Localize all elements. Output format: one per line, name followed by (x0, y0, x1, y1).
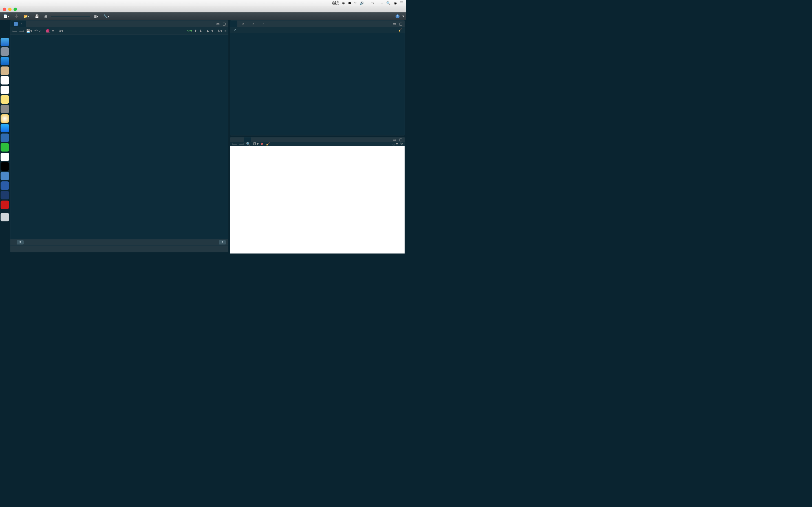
console-output[interactable] (231, 33, 405, 135)
volume-icon[interactable]: 🔊 (360, 1, 364, 5)
forward-icon[interactable]: ⟹ (19, 29, 24, 33)
publish-button[interactable]: ◶ ▾ (393, 142, 398, 146)
dock-chrome[interactable] (1, 114, 9, 123)
dock-appstore[interactable] (1, 124, 9, 132)
add-button[interactable]: 🔧▾ (102, 13, 111, 19)
close-button[interactable] (3, 8, 6, 11)
project-icon: R (396, 14, 400, 18)
macos-menubar: 0KB/s0KB/s ⊚ ✱ ⌔ 🔊 ▭ 🔍 ◉ ☰ (0, 0, 406, 6)
plots-minimize-icon[interactable]: ▭ (393, 137, 396, 142)
pane-minimize-icon[interactable]: ▭ (216, 22, 220, 26)
console-pane: × × × ▭ ▢ ⇗ 🧹 (230, 20, 405, 135)
tab-jobs[interactable]: × (258, 20, 268, 27)
outline-icon[interactable]: ≡ (224, 29, 226, 33)
net-speed: 0KB/s0KB/s (332, 1, 339, 6)
plots-maximize-icon[interactable]: ▢ (399, 137, 402, 142)
tab-history[interactable] (10, 245, 17, 252)
tab-rmarkdown[interactable]: × (248, 20, 258, 27)
zoom-button[interactable] (13, 8, 17, 11)
source-tabs: × ▭ ▢ (10, 20, 228, 27)
dock-word[interactable] (1, 181, 9, 190)
go-down-icon[interactable]: ⬇ (199, 29, 202, 33)
console-maximize-icon[interactable]: ▢ (399, 22, 402, 26)
tab-environment[interactable] (231, 137, 237, 142)
battery-icon[interactable]: ▭ (371, 1, 374, 5)
console-minimize-icon[interactable]: ▭ (393, 22, 396, 26)
project-dropdown-icon[interactable]: ▾ (402, 14, 404, 18)
ime-label[interactable] (380, 3, 383, 3)
doc-type[interactable]: ⇕ (219, 240, 226, 244)
addins-button[interactable] (113, 15, 116, 17)
dock-rstudio[interactable] (1, 172, 9, 180)
plots-toolbar: ⟸ ⟹ 🔍 🖼 ▾ ✖ 🧹 ◶ ▾ ↻ (231, 142, 405, 146)
window-titlebar (0, 6, 406, 12)
line-gutter (10, 35, 24, 239)
export-button[interactable]: 🖼 ▾ (253, 142, 259, 146)
dock-calendar[interactable] (1, 76, 9, 84)
tab-close-icon[interactable]: × (20, 22, 22, 26)
run-button[interactable]: ▶ ▾ (204, 29, 215, 34)
open-file-button[interactable]: 📂▾ (22, 13, 31, 19)
tab-packages[interactable] (251, 137, 258, 142)
dock-wechat[interactable] (1, 143, 9, 152)
republish-icon[interactable]: ↻▾ (218, 29, 222, 33)
dock-notes[interactable] (1, 95, 9, 104)
path-arrow-icon[interactable]: ⇗ (234, 28, 236, 32)
refresh-plot-icon[interactable]: ↻ (400, 142, 403, 146)
dock-terminal[interactable] (1, 162, 9, 171)
gear-icon[interactable]: ⚙▾ (58, 29, 63, 33)
go-up-icon[interactable]: ⬆ (194, 29, 197, 33)
tab-files[interactable] (237, 137, 244, 142)
cc-icon[interactable]: ⊚ (342, 1, 345, 5)
menu-icon[interactable]: ☰ (400, 1, 403, 5)
source-statusbar: ⇕ ⇕ (10, 239, 228, 245)
spotlight-icon[interactable]: 🔍 (386, 1, 391, 5)
chunk-indicator[interactable]: ⇕ (17, 240, 24, 244)
view-grid-button[interactable]: ▦▾ (92, 13, 100, 19)
siri-icon[interactable]: ◉ (394, 1, 397, 5)
tab-console[interactable] (231, 20, 238, 27)
source-tab[interactable]: × (10, 20, 26, 27)
dock-preferences[interactable] (1, 105, 9, 113)
dock-qq[interactable] (1, 153, 9, 161)
save-all-button[interactable]: 💾 (33, 13, 41, 19)
back-icon[interactable]: ⟸ (12, 29, 17, 33)
dock-safari[interactable] (1, 57, 9, 65)
insert-chunk-button[interactable]: ⁺ᴄ▾ (187, 29, 192, 33)
minimize-button[interactable] (8, 8, 11, 11)
save-icon[interactable]: 💾▾ (26, 29, 32, 33)
knit-button[interactable]: 🧶 ▾ (43, 29, 56, 34)
dock-trash[interactable] (1, 213, 9, 221)
dock-finder[interactable] (1, 38, 9, 46)
new-project-button[interactable]: ➕ (13, 13, 20, 19)
rmd-file-icon (14, 22, 18, 26)
wifi-icon[interactable]: ⌔ (354, 1, 356, 5)
tab-plots[interactable] (244, 137, 251, 142)
dock-launchpad[interactable] (1, 47, 9, 56)
spellcheck-icon[interactable]: ᴬᴮᶜ✓ (35, 29, 41, 33)
pane-maximize-icon[interactable]: ▢ (222, 22, 226, 26)
remove-plot-icon[interactable]: ✖ (261, 142, 264, 146)
tab-terminal[interactable]: × (238, 20, 248, 27)
new-file-button[interactable]: 📄▾ (2, 13, 11, 19)
zoom-button[interactable]: 🔍 (246, 142, 250, 146)
dock-contacts[interactable] (1, 66, 9, 75)
print-button[interactable]: 🖨 (42, 13, 49, 19)
dock-acrobat[interactable] (1, 201, 9, 209)
plot-prev-icon[interactable]: ⟸ (232, 142, 237, 146)
plot-next-icon[interactable]: ⟹ (239, 142, 244, 146)
rstudio-toolbar: 📄▾ ➕ 📂▾ 💾 🖨 ▦▾ 🔧▾ R ▾ (0, 12, 406, 20)
tab-connections[interactable] (17, 245, 24, 252)
goto-file-input[interactable] (51, 16, 90, 17)
source-editor[interactable] (10, 35, 228, 239)
clear-plots-icon[interactable]: 🧹 (266, 142, 270, 146)
dock-vscode[interactable] (1, 133, 9, 142)
tab-help-tab[interactable] (258, 137, 264, 142)
bt-icon[interactable]: ✱ (348, 1, 351, 5)
dock-earth[interactable] (1, 191, 9, 200)
clear-console-icon[interactable]: 🧹 (398, 28, 402, 32)
tab-git[interactable] (24, 245, 31, 252)
code-area[interactable] (24, 35, 228, 239)
tab-viewer[interactable] (264, 137, 271, 142)
dock-reminders[interactable] (1, 86, 9, 94)
